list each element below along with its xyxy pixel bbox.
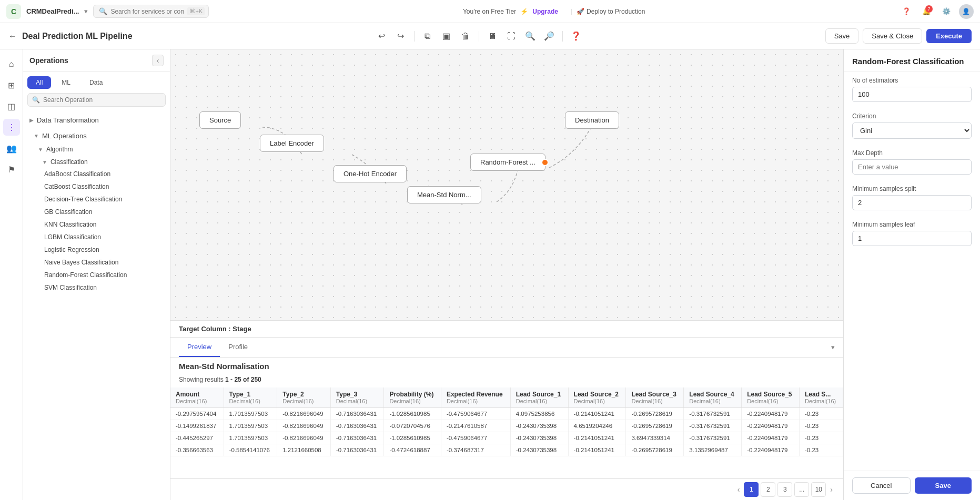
label-estimators: No of estimators	[852, 77, 972, 84]
tab-preview[interactable]: Preview	[179, 338, 220, 357]
node-mean-std[interactable]: Mean-Std Norm...	[407, 186, 481, 203]
rail-users[interactable]: 👥	[3, 140, 20, 157]
notification-button[interactable]: 🔔 7	[919, 4, 934, 19]
input-min-samples-leaf[interactable]	[852, 231, 972, 246]
page-2[interactable]: 2	[761, 482, 775, 497]
node-one-hot[interactable]: One-Hot Encoder	[334, 165, 407, 182]
op-catboost[interactable]: CatBoost Classification	[23, 180, 170, 193]
op-adaboost[interactable]: AdaBoost Classification	[23, 168, 170, 180]
input-max-depth[interactable]	[852, 159, 972, 175]
page-1[interactable]: 1	[744, 482, 759, 497]
table-cell: 3.6947339314	[626, 432, 684, 444]
settings-button[interactable]: ⚙️	[939, 4, 954, 19]
copy-button[interactable]: ⧉	[420, 28, 436, 44]
tab-profile[interactable]: Profile	[220, 338, 256, 357]
back-button[interactable]: ←	[8, 32, 17, 41]
tab-data[interactable]: Data	[81, 76, 111, 89]
cancel-button[interactable]: Cancel	[852, 477, 911, 494]
pipeline-canvas[interactable]: Source Destination Label Encoder One-Hot…	[170, 49, 843, 320]
op-gb[interactable]: GB Classification	[23, 206, 170, 218]
chevron-down-icon: ▼	[34, 133, 39, 139]
node-source[interactable]: Source	[199, 111, 241, 129]
topbar-search-input[interactable]	[110, 8, 184, 15]
node-destination[interactable]: Destination	[565, 111, 619, 129]
chevron-down-icon-panel: ▾	[831, 343, 835, 351]
data-icon: ◫	[7, 101, 15, 111]
user-avatar[interactable]: 👤	[959, 4, 974, 19]
pagination: ‹ 1 2 3 ... 10 ›	[170, 478, 843, 500]
page-next[interactable]: ›	[828, 483, 835, 496]
op-knn[interactable]: KNN Classification	[23, 218, 170, 231]
center-area: Source Destination Label Encoder One-Hot…	[170, 49, 843, 500]
delete-button[interactable]: 🗑	[458, 28, 473, 44]
layout-icon: ▣	[442, 31, 450, 41]
ml-operations-header[interactable]: ▼ ML Operations	[23, 129, 170, 142]
classification-header[interactable]: ▼ Classification	[23, 156, 170, 168]
rail-pipeline[interactable]: ⋮	[3, 119, 20, 136]
save-button[interactable]: Save	[825, 28, 859, 44]
zoom-out-button[interactable]: 🔍	[522, 28, 538, 44]
monitor-icon: 🖥	[488, 32, 497, 41]
save-close-button[interactable]: Save & Close	[863, 28, 922, 44]
table-cell: -0.374687317	[441, 444, 510, 456]
search-icon: 🔍	[32, 96, 40, 104]
monitor-button[interactable]: 🖥	[484, 28, 500, 44]
table-cell: 1.2121660508	[277, 444, 331, 456]
app-dropdown-icon[interactable]: ▾	[84, 7, 88, 15]
col-amount: AmountDecimal(16)	[170, 387, 224, 408]
op-random-forest[interactable]: Random-Forest Classification	[23, 269, 170, 281]
expand-panel-button[interactable]: ▾	[831, 343, 835, 351]
help-button[interactable]: ❓	[899, 4, 914, 19]
rail-data[interactable]: ◫	[3, 98, 20, 115]
save-form-button[interactable]: Save	[915, 477, 972, 494]
rail-home[interactable]: ⌂	[3, 56, 20, 73]
table-row: -0.356663563-0.58541410761.2121660508-0.…	[170, 444, 843, 456]
op-svm[interactable]: SVM Classification	[23, 281, 170, 294]
node-mean-std-label: Mean-Std Norm...	[417, 191, 471, 199]
table-cell: -0.23	[799, 408, 843, 420]
deploy-button[interactable]: 🚀 Deploy to Production	[577, 8, 645, 15]
sidebar-combo: ⌂ ⊞ ◫ ⋮ 👥 ⚑ Operations ‹ All ML Data 🔍	[0, 49, 170, 500]
node-label-encoder[interactable]: Label Encoder	[260, 135, 324, 152]
secondbar-right: Save Save & Close Execute	[825, 28, 972, 44]
page-prev[interactable]: ‹	[735, 483, 742, 496]
section-label: Data Transformation	[37, 116, 99, 124]
table-cell: -0.445265297	[170, 432, 224, 444]
target-value: Stage	[233, 325, 251, 333]
select-criterion[interactable]: Gini Entropy	[852, 123, 972, 139]
classification-label: Classification	[50, 158, 88, 166]
page-3[interactable]: 3	[777, 482, 792, 497]
redo-button[interactable]: ↪	[393, 28, 409, 44]
upgrade-button[interactable]: Upgrade	[532, 8, 558, 15]
table-cell: -0.3176732591	[684, 432, 742, 444]
collapse-button[interactable]: ‹	[152, 55, 164, 66]
right-panel-title: Random-Forest Classification	[844, 49, 980, 72]
expand-button[interactable]: ⛶	[503, 28, 519, 44]
label-max-depth: Max Depth	[852, 149, 972, 157]
rail-layers[interactable]: ⊞	[3, 77, 20, 94]
rail-flag[interactable]: ⚑	[3, 161, 20, 178]
table-row: -0.4452652971.7013597503-0.8216696049-0.…	[170, 432, 843, 444]
layout-button[interactable]: ▣	[439, 28, 454, 44]
op-naive-bayes[interactable]: Naive Bayes Classification	[23, 256, 170, 269]
page-10[interactable]: 10	[811, 482, 826, 497]
ops-search-input[interactable]	[43, 96, 161, 104]
operations-panel: Operations ‹ All ML Data 🔍 ▶ Data Transf…	[23, 49, 170, 500]
op-logistic[interactable]: Logistic Regression	[23, 243, 170, 256]
op-decision-tree[interactable]: Decision-Tree Classification	[23, 193, 170, 206]
zoom-in-button[interactable]: 🔎	[541, 28, 557, 44]
toolbar-divider-1	[414, 31, 415, 42]
table-cell: -0.8216696049	[277, 408, 331, 420]
algorithm-header[interactable]: ▼ Algorithm	[23, 144, 170, 155]
form-max-depth: Max Depth	[844, 144, 980, 180]
input-estimators[interactable]	[852, 87, 972, 102]
undo-button[interactable]: ↩	[374, 28, 390, 44]
input-min-samples-split[interactable]	[852, 195, 972, 210]
question-button[interactable]: ❓	[568, 28, 584, 44]
section-data-transformation[interactable]: ▶ Data Transformation	[23, 113, 170, 127]
node-random-forest[interactable]: Random-Forest ...	[470, 154, 545, 171]
op-lgbm[interactable]: LGBM Classification	[23, 231, 170, 243]
tab-all[interactable]: All	[27, 76, 51, 89]
execute-button[interactable]: Execute	[926, 29, 972, 43]
tab-ml[interactable]: ML	[53, 76, 79, 89]
